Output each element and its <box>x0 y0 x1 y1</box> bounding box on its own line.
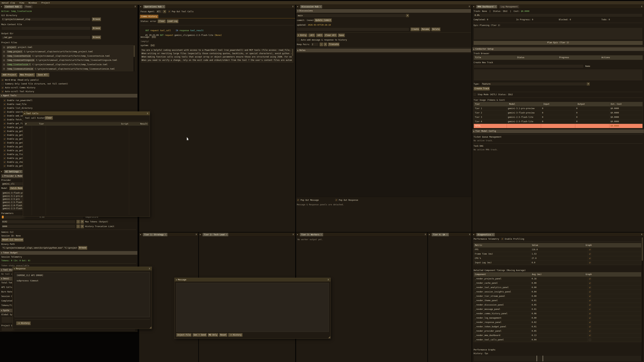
entry-action-button[interactable]: Clear All <box>324 33 337 37</box>
history-trunc-input[interactable]: 8000 <box>1 225 76 228</box>
project-file-row[interactable]: x project project.toml <box>3 45 134 50</box>
chevron-down-icon[interactable]: ▼ <box>14 268 15 270</box>
entry-action-button[interactable]: + Entry <box>297 33 308 37</box>
tab-close-icon[interactable]: X <box>446 233 448 236</box>
graph-checkbox[interactable]: ✔ <box>589 257 591 260</box>
tool-calls-clear-button[interactable]: Clear <box>45 116 53 120</box>
dock-menu-icon[interactable]: ▼ <box>297 5 298 8</box>
keep-pairs-minus-button[interactable]: - <box>320 42 323 46</box>
load-log-button[interactable]: Load Log <box>167 19 178 23</box>
track-type-combo[interactable]: feature▼ <box>481 82 590 86</box>
step-mode-checkbox[interactable]: ✔ <box>474 93 476 96</box>
discussion-history-area[interactable] <box>297 54 471 197</box>
max-tokens-plus-button[interactable]: + <box>80 220 84 224</box>
temperature-slider-grab[interactable] <box>2 216 4 218</box>
file-tag[interactable]: temp_liveaisettingssim <box>6 59 35 62</box>
window-close-icon[interactable]: X <box>149 268 150 270</box>
option-checkbox[interactable]: ✔ <box>1 90 4 93</box>
project-file-row[interactable]: x temp_livetoolssim * C:\projects\manual… <box>3 62 134 67</box>
tool-checkbox[interactable]: ✔ <box>3 107 6 109</box>
tab-close-icon[interactable]: X <box>20 170 21 173</box>
tool-checkbox[interactable]: ✔ <box>3 111 6 113</box>
focus-agent-combo[interactable]: All▼ <box>156 10 166 13</box>
files-scrollbar-grab[interactable] <box>134 45 135 57</box>
tool-checkbox[interactable]: ✔ <box>3 118 6 121</box>
option-row[interactable]: ✔ Auto-scroll Tool History <box>1 90 68 93</box>
discussions-header[interactable]: ▼Discussions <box>296 9 471 13</box>
graph-checkbox[interactable]: ✔ <box>589 291 591 293</box>
menu-item[interactable]: manual slop <box>2 2 15 4</box>
dock-menu-icon[interactable]: ▼ <box>429 233 430 236</box>
entry-action-button[interactable]: Save <box>338 33 345 37</box>
message-input-area[interactable] <box>176 283 329 332</box>
tool-checkbox[interactable]: ✔ <box>3 115 6 117</box>
tool-checkbox[interactable]: ✔ <box>3 130 6 133</box>
remove-file-icon[interactable]: x <box>3 46 5 49</box>
graph-checkbox[interactable]: ✔ <box>589 282 591 284</box>
message-action-button[interactable]: Reset <box>219 333 227 337</box>
history-trunc-minus-button[interactable]: - <box>76 225 80 228</box>
message-action-button[interactable]: MD Only <box>208 333 218 337</box>
tool-checkbox[interactable]: ✔ <box>3 138 6 140</box>
option-checkbox[interactable]: ✔ <box>1 86 4 89</box>
graph-checkbox[interactable]: ✔ <box>589 299 591 302</box>
window-close-icon[interactable]: X <box>641 5 642 8</box>
tool-checkbox[interactable]: ✔ <box>3 134 6 136</box>
dock-menu-icon[interactable]: ▼ <box>1 170 2 173</box>
chevron-down-icon[interactable]: ▼ <box>176 279 177 281</box>
tool-checkbox[interactable]: ✔ <box>3 165 6 167</box>
tab-mma-dashboard[interactable]: MMA DashboardX <box>476 5 497 8</box>
expand-system-button[interactable]: [+] <box>150 44 155 46</box>
tool-checkbox[interactable]: ✔ <box>3 153 6 156</box>
tab-tier3[interactable]: Tier 3: WorkersX <box>300 233 323 236</box>
dock-menu-icon[interactable]: ▼ <box>297 233 298 236</box>
binary-path-input[interactable]: "C:\projects\manual_slop\.venv\Scripts\p… <box>1 246 77 250</box>
comms-clear-button[interactable]: Clear <box>158 19 166 23</box>
remove-file-icon[interactable]: x <box>3 59 5 62</box>
tab-log-management[interactable]: Log Management <box>500 5 519 8</box>
window-close-icon[interactable]: X <box>292 5 294 8</box>
reset-cli-session-button[interactable]: Reset CLI Session <box>1 238 24 242</box>
message-action-button[interactable]: -> History <box>228 333 242 337</box>
expand-message-button[interactable]: [+] <box>152 36 156 38</box>
truncate-button[interactable]: Truncate <box>328 42 340 46</box>
tab-close-icon[interactable]: X <box>320 233 322 236</box>
tool-checkbox[interactable]: ✔ <box>3 99 6 102</box>
system-scrollbar-grab[interactable] <box>292 49 293 56</box>
graph-checkbox[interactable]: ✔ <box>589 248 591 251</box>
keep-pairs-plus-button[interactable]: + <box>324 42 327 46</box>
tab-close-icon[interactable]: X <box>226 233 227 236</box>
tool-checkbox[interactable]: ✔ <box>3 122 6 125</box>
tier-model-config-header[interactable]: ▶Tier Model Config <box>472 129 644 133</box>
graph-checkbox[interactable]: ✔ <box>589 317 591 319</box>
tool-checkbox[interactable]: ✔ <box>3 157 6 160</box>
main-context-file-input[interactable] <box>1 26 90 30</box>
enable-profiling-checkbox[interactable]: ✔ <box>501 238 504 240</box>
history-trunc-plus-button[interactable]: + <box>80 225 84 228</box>
pop-out-message-checkbox[interactable]: ✔ <box>297 199 299 201</box>
tab-tier4[interactable]: Tier 4: QAX <box>432 233 449 236</box>
conductor-setup-header[interactable]: ▶Conductor Setup <box>472 47 644 51</box>
window-close-icon[interactable]: X <box>328 279 329 281</box>
graph-checkbox[interactable]: ✔ <box>589 278 591 280</box>
pop-out-tool-calls-checkbox[interactable]: ✔ <box>168 10 170 13</box>
file-tag[interactable]: temp_livetoolssim * <box>6 63 31 66</box>
tab-tier2[interactable]: Tier 2: Tech LeadX <box>202 233 228 236</box>
tool-checkbox[interactable]: ✔ <box>3 142 6 144</box>
option-row[interactable]: ✔ Auto-scroll Comms History <box>1 86 68 90</box>
remove-file-icon[interactable]: x <box>3 63 5 66</box>
project-file-row[interactable]: x temp_project C:\projects\manual_slop\t… <box>3 50 134 54</box>
save-all-button[interactable]: Save All <box>36 73 49 77</box>
tool-checkbox[interactable]: ✔ <box>3 161 6 163</box>
git-browse-button[interactable]: Browse <box>92 17 101 21</box>
keep-pairs-input[interactable]: 2 <box>311 42 319 46</box>
project-file-row[interactable]: x temp_livecontextsim C:\projects\manual… <box>3 54 134 58</box>
max-tokens-minus-button[interactable]: - <box>76 220 80 224</box>
auto-add-checkbox[interactable]: ✔ <box>297 38 299 41</box>
output-browse-button[interactable]: Browse <box>92 35 101 39</box>
remove-file-icon[interactable]: x <box>3 67 5 70</box>
delete-button[interactable]: Delete <box>431 27 440 31</box>
track-desc-input[interactable] <box>474 69 643 81</box>
chevron-down-icon[interactable]: ▼ <box>406 14 409 17</box>
graph-checkbox[interactable]: ✔ <box>589 334 591 337</box>
